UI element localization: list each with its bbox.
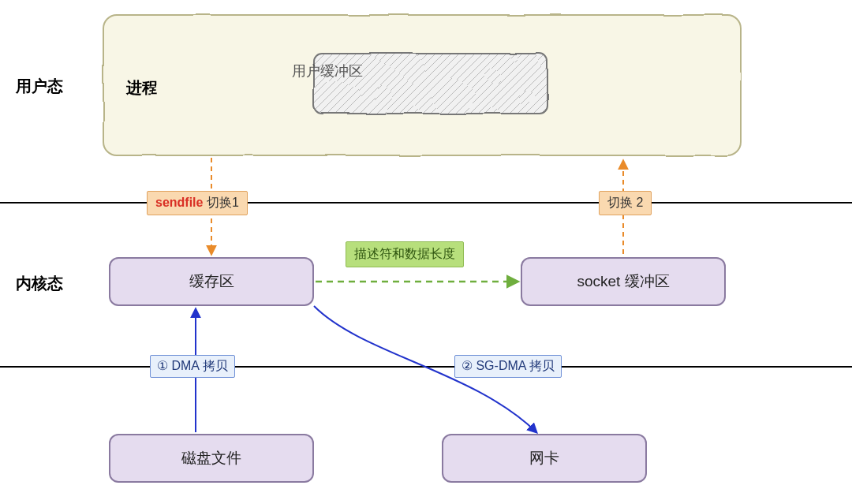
tag-descriptor-label: 描述符和数据长度 — [354, 247, 455, 260]
cache-box: 缓存区 — [109, 257, 314, 306]
disk-label: 磁盘文件 — [181, 448, 241, 469]
tag-dma-label: ① DMA 拷贝 — [157, 359, 228, 372]
nic-box: 网卡 — [442, 434, 647, 483]
tag-sgdma: ② SG-DMA 拷贝 — [454, 355, 562, 378]
tag-sgdma-label: ② SG-DMA 拷贝 — [462, 359, 555, 372]
tag-descriptor: 描述符和数据长度 — [346, 241, 464, 267]
tag-dma: ① DMA 拷贝 — [150, 355, 235, 378]
tag-switch2-label: 切换 2 — [607, 196, 643, 209]
layer-label-user: 用户态 — [16, 76, 63, 97]
divider-user-kernel — [0, 202, 852, 203]
process-label: 进程 — [126, 77, 158, 99]
tag-switch1-suffix: 切换1 — [203, 196, 238, 209]
tag-switch1-prefix: sendfile — [155, 196, 203, 209]
tag-switch1: sendfile 切换1 — [147, 191, 248, 215]
socket-buffer-box: socket 缓冲区 — [521, 257, 726, 306]
user-buffer-box: 用户缓冲区 — [209, 39, 446, 103]
user-buffer-label: 用户缓冲区 — [292, 62, 363, 80]
nic-label: 网卡 — [529, 448, 559, 469]
disk-box: 磁盘文件 — [109, 434, 314, 483]
layer-label-kernel: 内核态 — [16, 273, 63, 294]
divider-kernel-hw — [0, 366, 852, 368]
socket-buffer-label: socket 缓冲区 — [577, 271, 669, 292]
tag-switch2: 切换 2 — [599, 191, 652, 215]
cache-label: 缓存区 — [189, 271, 234, 292]
